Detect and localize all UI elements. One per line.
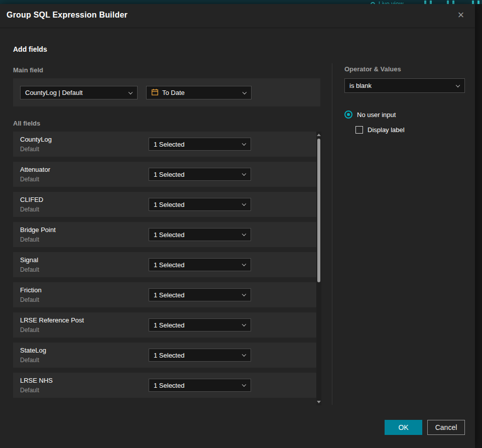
toolbar-icon[interactable] [424,1,426,4]
field-name: Friction [20,286,42,294]
display-label-checkbox[interactable]: Display label [355,126,405,134]
field-row-bridge-point: Bridge Point Default 1 Selected [13,222,320,247]
field-subtitle: Default [20,266,39,273]
close-icon[interactable]: × [454,8,468,22]
chevron-down-icon [242,172,246,176]
field-row-lrse-reference-post: LRSE Reference Post Default 1 Selected [13,312,320,338]
dialog-title: Group SQL Expression Builder [7,11,128,20]
live-view-label: Live view [379,1,403,4]
field-name: StateLog [20,347,46,354]
field-row-lrse-nhs: LRSE NHS Default 1 Selected [13,373,320,398]
ok-button[interactable]: OK [385,420,422,435]
app-background-strip: Live view [0,0,482,4]
all-fields-label: All fields [13,120,40,127]
field-subtitle: Default [20,326,39,333]
field-subtitle: Default [20,146,39,153]
checkbox-label: Display label [368,126,405,134]
scroll-down-icon[interactable] [317,401,321,403]
chevron-down-icon [456,83,460,87]
selected-value: 1 Selected [154,231,184,239]
field-name: Signal [20,256,38,264]
selected-value: 1 Selected [154,261,184,269]
chevron-down-icon [129,90,133,94]
chevron-down-icon [242,383,246,387]
field-name: Attenuator [20,166,50,173]
field-selected-dropdown[interactable]: 1 Selected [149,379,251,392]
field-subtitle: Default [20,296,39,303]
main-field-label: Main field [13,66,43,74]
toolbar-icon[interactable] [452,1,454,4]
checkbox-unchecked-icon [355,126,363,134]
field-selected-dropdown[interactable]: 1 Selected [149,168,251,181]
main-field-dropdown-value: CountyLog | Default [25,89,83,96]
chevron-down-icon [242,322,246,326]
field-row-clifed: CLIFED Default 1 Selected [13,192,320,217]
selected-value: 1 Selected [154,382,184,389]
field-selected-dropdown[interactable]: 1 Selected [149,288,251,301]
field-selected-dropdown[interactable]: 1 Selected [149,198,251,211]
live-view-toggle[interactable]: Live view [371,1,403,4]
selected-value: 1 Selected [154,321,184,329]
date-field-dropdown[interactable]: To Date [146,86,252,99]
field-selected-dropdown[interactable]: 1 Selected [149,138,251,151]
chevron-down-icon [242,202,246,206]
calendar-icon [151,88,159,97]
field-subtitle: Default [20,206,39,213]
field-name: LRSE NHS [20,377,53,384]
field-row-friction: Friction Default 1 Selected [13,282,320,307]
field-selected-dropdown[interactable]: 1 Selected [149,228,251,241]
field-name: LRSE Reference Post [20,316,84,324]
list-scrollbar[interactable] [316,132,321,405]
field-row-countylog: CountyLog Default 1 Selected [13,132,320,157]
radio-label: No user input [357,111,396,119]
add-fields-heading: Add fields [13,45,47,53]
field-subtitle: Default [20,387,39,394]
field-selected-dropdown[interactable]: 1 Selected [149,349,251,362]
operator-dropdown[interactable]: is blank [344,78,465,93]
field-selected-dropdown[interactable]: 1 Selected [149,258,251,271]
field-name: CountyLog [20,136,52,143]
app-toolbar-clipped: Live view [0,1,482,4]
selected-value: 1 Selected [154,171,184,178]
field-row-signal: Signal Default 1 Selected [13,252,320,277]
field-row-attenuator: Attenuator Default 1 Selected [13,162,320,187]
operator-dropdown-value: is blank [349,82,372,89]
toolbar-icon[interactable] [430,1,432,4]
no-user-input-radio[interactable]: No user input [344,110,396,119]
dialog-header: Group SQL Expression Builder × [0,4,475,28]
date-field-dropdown-value: To Date [162,89,185,96]
all-fields-list: CountyLog Default 1 Selected Attenuator … [13,132,320,403]
main-field-dropdown[interactable]: CountyLog | Default [20,86,138,99]
selected-value: 1 Selected [154,141,184,148]
toolbar-icon[interactable] [477,1,479,4]
selected-value: 1 Selected [154,291,184,299]
field-name: Bridge Point [20,226,56,234]
chevron-down-icon [242,232,246,236]
background-gutter [475,4,482,448]
field-subtitle: Default [20,176,39,183]
toolbar-icon[interactable] [447,1,449,4]
main-field-container: CountyLog | Default To Date [13,78,320,106]
field-row-statelog: StateLog Default 1 Selected [13,343,320,368]
cancel-button[interactable]: Cancel [427,420,465,435]
screen: Live view Group SQL Expression Builder ×… [0,0,482,448]
chevron-down-icon [243,90,247,94]
scroll-up-icon[interactable] [317,134,321,136]
chevron-down-icon [242,353,246,357]
group-sql-expression-builder-dialog: Group SQL Expression Builder × Add field… [0,4,475,448]
scrollbar-thumb[interactable] [317,139,320,282]
column-divider [332,63,332,405]
field-subtitle: Default [20,357,39,364]
field-name: CLIFED [20,196,43,203]
field-selected-dropdown[interactable]: 1 Selected [149,318,251,331]
chevron-down-icon [242,292,246,296]
selected-value: 1 Selected [154,201,184,208]
toolbar-icon[interactable] [472,1,474,4]
operator-values-label: Operator & Values [344,65,401,73]
radio-selected-icon [344,110,352,119]
field-subtitle: Default [20,236,39,243]
selected-value: 1 Selected [154,352,184,359]
chevron-down-icon [242,142,246,146]
chevron-down-icon [242,262,246,266]
